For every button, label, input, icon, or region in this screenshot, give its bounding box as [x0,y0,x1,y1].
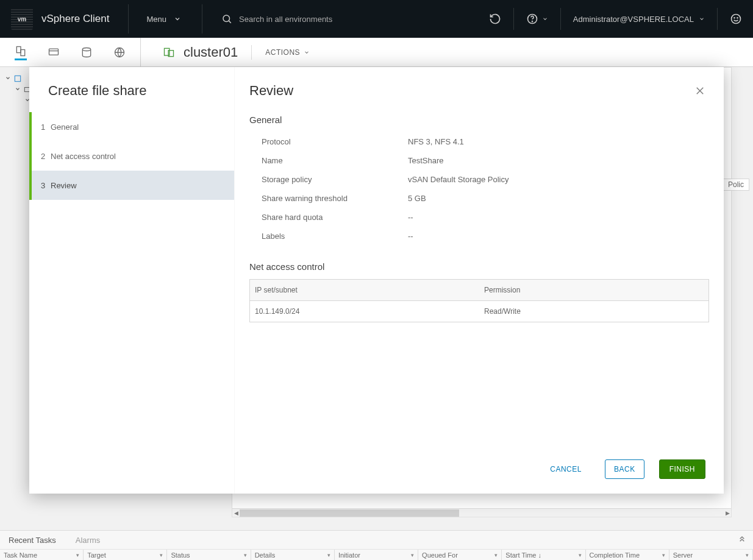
column-label: Start Time ↓ [505,551,541,559]
scroll-right-icon[interactable]: ▶ [724,509,731,517]
step-number: 1 [41,122,51,132]
chevron-down-icon: ▾ [244,552,247,558]
svg-rect-7 [16,47,21,53]
tasks-column-header[interactable]: Status▾ [167,550,251,560]
svg-line-18 [697,88,704,94]
review-row: Share warning threshold5 GB [249,189,709,208]
nac-table: IP set/subnet Permission 10.1.149.0/24Re… [249,279,709,322]
tasks-column-header[interactable]: Task Name▾ [0,550,84,560]
inventory-tree [5,73,32,106]
object-header: cluster01 ACTIONS [0,38,753,67]
global-search[interactable] [202,13,489,25]
tasks-column-header[interactable]: Target▾ [84,550,167,560]
chevron-down-icon: ▾ [76,552,79,558]
tasks-column-header[interactable]: Start Time ↓▾ [502,550,585,560]
divider [717,8,718,30]
review-row: Share hard quota-- [249,208,709,227]
svg-point-4 [732,15,741,24]
review-row: ProtocolNFS 3, NFS 4.1 [249,132,709,151]
column-label: Task Name [4,551,37,559]
review-key: Labels [262,232,408,241]
search-input[interactable] [239,15,398,24]
svg-point-11 [82,48,90,51]
review-value: 5 GB [408,194,426,203]
column-label: Initiator [338,551,360,559]
horizontal-scrollbar[interactable]: ◀ ▶ [232,508,731,517]
review-value: TestShare [408,156,444,165]
column-label: Target [87,551,106,559]
storage-tab-icon[interactable] [80,46,93,58]
back-button[interactable]: BACK [605,459,644,479]
menu-dropdown[interactable]: Menu [129,13,202,25]
wizard-steps-sidebar: Create file share 1 General 2 Net access… [29,67,235,494]
tasks-column-header[interactable]: Queued For▾ [418,550,502,560]
wizard-content: Review General ProtocolNFS 3, NFS 4.1Nam… [235,67,724,494]
policy-header-peek: Polic [723,179,749,191]
wizard-footer: CANCEL BACK FINISH [235,448,724,494]
svg-line-17 [697,88,704,94]
tree-row[interactable] [5,84,32,95]
table-row: 10.1.149.0/24Read/Write [250,301,709,322]
close-button[interactable] [694,85,705,96]
review-row: NameTestShare [249,151,709,170]
chevron-down-icon: ▾ [327,552,330,558]
refresh-icon[interactable] [489,13,501,25]
chevron-down-icon: ▾ [662,552,665,558]
networking-tab-icon[interactable] [113,46,126,58]
svg-rect-13 [165,48,170,55]
wizard-step-general[interactable]: 1 General [29,112,234,141]
divider [560,8,561,30]
finish-button[interactable]: FINISH [659,459,705,479]
svg-point-3 [532,21,532,22]
tree-row[interactable] [5,73,32,84]
tasks-column-header[interactable]: Details▾ [251,550,335,560]
help-dropdown[interactable] [526,13,548,25]
general-section-heading: General [249,115,709,125]
wizard-title: Create file share [29,67,234,112]
vmware-logo: vm [11,8,33,30]
column-label: Queued For [422,551,458,559]
actions-label: ACTIONS [265,48,300,57]
actions-dropdown[interactable]: ACTIONS [265,48,310,57]
svg-point-6 [737,18,738,18]
scrollbar-thumb[interactable] [240,509,459,517]
app-title: vSphere Client [41,13,110,25]
tasks-column-header[interactable]: Completion Time▾ [586,550,669,560]
wizard-step-net-access[interactable]: 2 Net access control [29,141,234,171]
tab-recent-tasks[interactable]: Recent Tasks [9,536,56,545]
nac-col-permission: Permission [479,280,709,301]
user-label: Administrator@VSPHERE.LOCAL [573,15,694,24]
tab-alarms[interactable]: Alarms [76,536,100,545]
inventory-tabs [0,38,140,66]
scroll-left-icon[interactable]: ◀ [232,509,240,517]
collapse-panel-icon[interactable] [737,533,747,545]
review-value: vSAN Default Storage Policy [408,175,509,184]
cancel-button[interactable]: CANCEL [541,460,590,478]
chevron-down-icon: ▾ [160,552,163,558]
create-file-share-modal: Create file share 1 General 2 Net access… [29,67,724,494]
top-bar: vm vSphere Client Menu Administrator@VSP… [0,0,753,38]
column-label: Details [255,551,276,559]
chevron-down-icon [171,13,184,25]
smiley-icon[interactable] [730,13,742,25]
tasks-column-header[interactable]: Initiator▾ [335,550,418,560]
tasks-column-header[interactable]: Server▾ [669,550,753,560]
tasks-columns: Task Name▾Target▾Status▾Details▾Initiato… [0,549,753,560]
hosts-clusters-tab-icon[interactable] [15,44,27,60]
vms-templates-tab-icon[interactable] [48,46,60,58]
svg-rect-14 [168,50,173,56]
nac-ip: 10.1.149.0/24 [250,301,480,322]
svg-point-12 [115,48,124,57]
column-label: Completion Time [590,551,640,559]
column-label: Server [673,551,693,559]
nac-col-ip: IP set/subnet [250,280,480,301]
svg-point-2 [527,15,537,24]
review-heading: Review [249,83,293,99]
recent-tasks-panel: Recent Tasks Alarms Task Name▾Target▾Sta… [0,530,753,560]
wizard-step-review[interactable]: 3 Review [29,171,234,200]
chevron-down-icon: ▾ [494,552,498,558]
tree-row[interactable] [5,95,32,106]
chevron-down-icon [15,85,21,94]
user-dropdown[interactable]: Administrator@VSPHERE.LOCAL [573,15,705,24]
svg-point-5 [734,18,735,18]
